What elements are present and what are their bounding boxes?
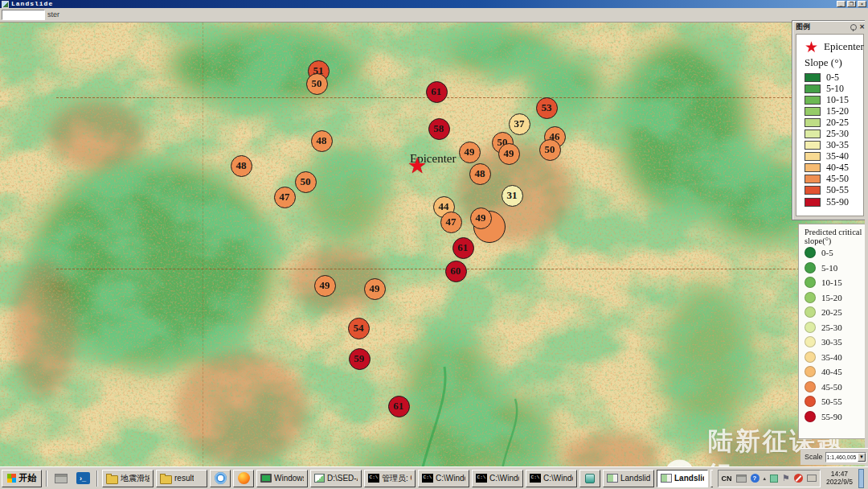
quick-launch-powershell[interactable]: ›_	[73, 470, 92, 487]
blocked-icon[interactable]	[794, 474, 803, 483]
slope-marker: 59	[349, 348, 371, 370]
slope-marker: 48	[231, 155, 252, 177]
flag-icon[interactable]: ⚑	[782, 474, 790, 483]
legend-row: 35-40	[805, 151, 863, 162]
legend-range-label: 5-10	[826, 83, 844, 95]
vm-icon[interactable]	[770, 475, 778, 483]
layer-combo-input[interactable]	[2, 10, 45, 20]
legend2-rows: 0-55-1010-1515-2020-2525-3030-3535-4040-…	[805, 245, 867, 424]
slope-marker: 48	[311, 130, 333, 152]
graticule-line	[56, 97, 868, 98]
legend-swatch	[805, 411, 816, 422]
slope-marker: 54	[348, 318, 370, 339]
legend-slope-title: Slope (°)	[805, 56, 863, 69]
taskbar-button-landslide-2[interactable]: Landslide	[657, 470, 708, 487]
taskbar-button-folder-result[interactable]: result	[156, 470, 207, 487]
restore-button[interactable]: ❐	[847, 1, 856, 7]
taskbar-button-label: C:\Windows...	[489, 474, 519, 483]
legend-epicenter-label: Epicenter	[824, 40, 864, 53]
tray-icons: CN?▴⚑	[718, 470, 821, 487]
taskbar-button-firefox[interactable]	[233, 470, 254, 487]
slope-marker: 49	[364, 278, 386, 300]
slope-marker: 53	[536, 97, 558, 119]
slope-marker: 61	[426, 81, 448, 103]
legend-panel: 图例 ✕ ★ Epicenter Slope (°) 0-55-1010-151…	[792, 20, 868, 220]
taskbar-button-landslide-3[interactable]: Landslide	[710, 470, 713, 487]
taskbar-button-app-teal[interactable]	[579, 470, 600, 487]
slope-marker: 60	[445, 261, 467, 282]
legend-row: 10-15	[805, 94, 863, 105]
scale-control: Scale 1:1,460,005 ▼	[800, 448, 868, 465]
legend-range-label: 0-5	[826, 72, 839, 84]
pin-icon[interactable]	[850, 24, 857, 31]
taskbar-button-label: 地震滑坡计...	[121, 473, 149, 484]
taskbar-button-sed-act[interactable]: D:\SED-ACT...	[310, 470, 362, 487]
network-icon[interactable]	[807, 475, 817, 482]
legend-header: 图例 ✕	[792, 21, 867, 32]
chevron-down-icon[interactable]: ▼	[858, 453, 866, 462]
slope-marker: 50	[295, 171, 317, 193]
legend-row: 10-15	[805, 275, 867, 290]
taskbar-button-landslide-1[interactable]: Landslide	[603, 470, 654, 487]
slope-marker: 49	[459, 142, 481, 163]
legend-row: 5-10	[805, 83, 863, 94]
legend-range-label: 15-20	[821, 293, 842, 302]
map[interactable]: Epicenter ★ 5150615337584648505049494848…	[0, 23, 868, 466]
scale-combo[interactable]: 1:1,460,005 ▼	[825, 452, 866, 462]
taskbar-button-cmd-admin[interactable]: C:\管理员: C:...	[364, 470, 416, 487]
expand-icon[interactable]: ▴	[764, 475, 767, 482]
taskbar-button-cmd-window-1[interactable]: C:\C:\Windows...	[418, 470, 469, 487]
taskbar-button-cmd-window-2[interactable]: C:\C:\Windows...	[472, 470, 523, 487]
folder-icon	[160, 475, 172, 484]
legend-swatch	[805, 118, 821, 127]
legend-swatch	[805, 129, 821, 138]
slope-marker: 50	[306, 73, 328, 95]
legend-range-label: 55-90	[826, 196, 849, 208]
legend-swatch	[805, 73, 821, 82]
lang-indicator-icon[interactable]: CN	[722, 475, 732, 483]
quick-launch-printer[interactable]	[51, 470, 71, 487]
legend-row: 15-20	[805, 105, 863, 117]
show-desktop-button[interactable]	[858, 469, 864, 488]
legend-row: 30-35	[805, 140, 863, 151]
slope-marker: 49	[470, 208, 492, 229]
taskbar-button-folder-earthquake[interactable]: 地震滑坡计...	[102, 470, 154, 487]
slope-marker: 58	[428, 118, 450, 140]
legend-swatch	[805, 292, 816, 303]
cmd-icon: C:\	[368, 474, 379, 483]
predicted-slope-legend: Predicted critical slope(°) 0-55-1010-15…	[798, 224, 868, 439]
legend-row: 40-45	[805, 364, 867, 380]
legend-swatch	[805, 186, 821, 195]
taskbar-button-label: Landslide	[620, 474, 650, 483]
start-button[interactable]: 开始	[2, 470, 42, 487]
legend-range-label: 40-45	[821, 367, 842, 376]
legend-swatch	[805, 107, 821, 116]
landslide-icon	[607, 474, 618, 483]
legend-range-label: 50-55	[821, 397, 842, 406]
legend-range-label: 30-35	[826, 139, 849, 151]
chart-icon	[314, 474, 325, 483]
taskbar-button-cmd-window-3[interactable]: C:\C:\Windows...	[526, 470, 577, 487]
help-icon[interactable]: ?	[751, 474, 760, 483]
close-button[interactable]: ×	[858, 1, 866, 7]
divider	[96, 471, 98, 487]
legend-range-label: 0-5	[821, 248, 833, 257]
scale-value: 1:1,460,005	[826, 454, 858, 460]
taskbar-button-app-rings[interactable]	[210, 470, 231, 487]
legend-range-label: 35-40	[821, 352, 842, 362]
legend-range-label: 10-15	[826, 94, 849, 106]
legend-swatch	[805, 84, 821, 93]
legend-close-icon[interactable]: ✕	[859, 24, 865, 31]
minimize-button[interactable]: _	[837, 1, 845, 7]
toolbar: ster	[0, 8, 868, 23]
legend-range-label: 50-55	[826, 184, 849, 196]
taskbar-button-label: Landslide	[674, 474, 704, 483]
legend-swatch	[805, 336, 816, 347]
scale-label: Scale	[805, 453, 823, 461]
legend-row: 55-90	[805, 409, 867, 425]
printer-icon[interactable]	[736, 475, 747, 483]
wechat-icon	[664, 457, 705, 466]
legend-row: 5-10	[805, 261, 867, 276]
taskbar-button-task-manager[interactable]: Windows 任...	[256, 470, 308, 487]
cmd-icon: C:\	[422, 474, 433, 483]
